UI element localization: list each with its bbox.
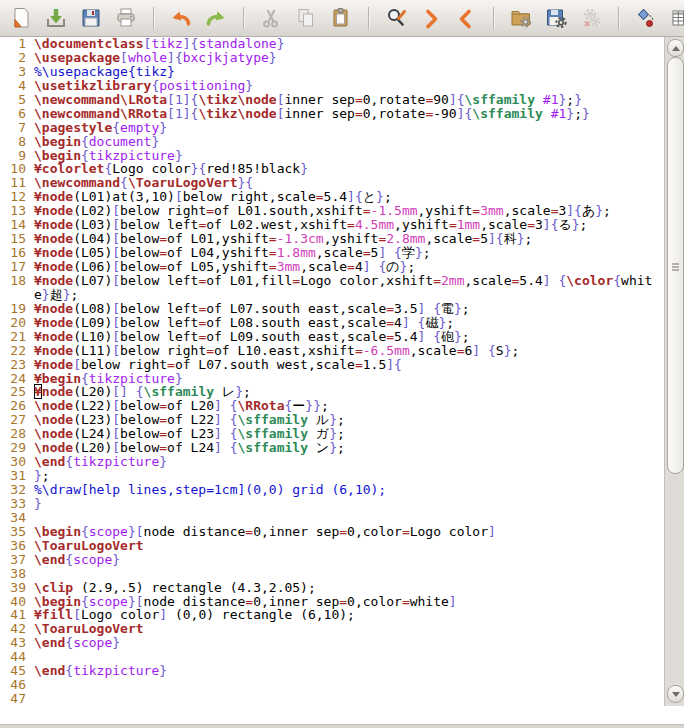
run-script-icon [579, 6, 603, 30]
line-number: 13 [0, 204, 34, 218]
code-line[interactable]: 9\begin{tikzpicture} [0, 149, 664, 163]
code-text: ¥node(L09)[below left=of L08.south east,… [34, 315, 454, 330]
code-line[interactable]: 3%\usepackage{tikz} [0, 65, 664, 79]
code-line[interactable]: 16¥node(L05)[below=of L04,yshift=1.8mm,s… [0, 246, 664, 260]
find-prev-button[interactable] [453, 5, 479, 31]
code-line[interactable]: 2\usepackage[whole]{bxcjkjatype} [0, 51, 664, 65]
print-button[interactable] [113, 5, 139, 31]
code-line[interactable]: 5\newcommand\LRota[1]{\tikz\node[inner s… [0, 93, 664, 107]
code-line[interactable]: 34 [0, 511, 664, 525]
scroll-up-button[interactable] [667, 39, 684, 57]
save-button[interactable] [43, 5, 69, 31]
line-number: 1 [0, 37, 34, 51]
code-text: \newcommand{\ToaruLogoVert}{ [34, 175, 253, 190]
code-line[interactable]: e}超}; [0, 288, 664, 302]
scroll-up-arrow-icon [672, 46, 680, 51]
cut-icon [259, 6, 283, 30]
code-line[interactable]: 40\begin{scope}[node distance=0,inner se… [0, 595, 664, 609]
code-line[interactable]: 37\end{scope} [0, 553, 664, 567]
code-line[interactable]: 39\clip (2.9,.5) rectangle (4.3,2.05); [0, 581, 664, 595]
open-button[interactable] [8, 5, 34, 31]
code-line[interactable]: 18¥node(L07)[below left=of L01,fill=Logo… [0, 274, 664, 288]
code-line[interactable]: 21¥node(L10)[below left=of L09.south eas… [0, 330, 664, 344]
code-line[interactable]: 14¥node(L03)[below left=of L02.west,xshi… [0, 218, 664, 232]
scrollbar-thumb[interactable] [667, 57, 684, 474]
code-line[interactable]: 31}; [0, 469, 664, 483]
code-line[interactable]: 42\ToaruLogoVert [0, 622, 664, 636]
line-number: 37 [0, 553, 34, 567]
copy-button[interactable] [293, 5, 319, 31]
find-next-button[interactable] [418, 5, 444, 31]
find-replace-button[interactable] [383, 5, 409, 31]
code-line[interactable]: 35\begin{scope}[node distance=0,inner se… [0, 525, 664, 539]
code-line[interactable]: 15¥node(L04)[below=of L01,yshift=-1.3cm,… [0, 232, 664, 246]
line-number: 47 [0, 692, 34, 706]
build-tags-icon [669, 6, 684, 30]
code-text: \begin{document} [34, 134, 159, 149]
line-number: 32 [0, 483, 34, 497]
code-line[interactable]: 47 [0, 692, 664, 706]
undo-button[interactable] [168, 5, 194, 31]
code-text: ¥node(L05)[below=of L04,yshift=1.8mm,sca… [34, 245, 431, 260]
code-line[interactable]: 43\end{scope} [0, 636, 664, 650]
code-line[interactable]: 6\newcommand\RRota[1]{\tikz\node[inner s… [0, 107, 664, 121]
toolbar-separator [618, 7, 619, 29]
code-line[interactable]: 33} [0, 497, 664, 511]
code-line[interactable]: 46 [0, 678, 664, 692]
code-line[interactable]: 44 [0, 650, 664, 664]
vertical-scrollbar[interactable] [664, 37, 684, 706]
code-line[interactable]: 41¥fill[Logo color] (0,0) rectangle (6,1… [0, 608, 664, 622]
code-line[interactable]: 20¥node(L09)[below left=of L08.south eas… [0, 316, 664, 330]
line-number: 2 [0, 51, 34, 65]
code-line[interactable]: 45\end{tikzpicture} [0, 664, 664, 678]
code-line[interactable]: 22¥node(L11)[below right=of L10.east,xsh… [0, 344, 664, 358]
redo-button[interactable] [203, 5, 229, 31]
code-line[interactable]: 1\documentclass[tikz]{standalone} [0, 37, 664, 51]
code-line[interactable]: 38 [0, 567, 664, 581]
code-line[interactable]: 12¥node(L01)at(3,10)[below right,scale=5… [0, 190, 664, 204]
code-line[interactable]: 13¥node(L02)[below right=of L01.south,xs… [0, 204, 664, 218]
code-line[interactable]: 8\begin{document} [0, 135, 664, 149]
code-area[interactable]: 1\documentclass[tikz]{standalone}2\usepa… [0, 37, 664, 706]
line-number: 23 [0, 358, 34, 372]
code-line[interactable]: 7\pagestyle{empty} [0, 121, 664, 135]
code-line[interactable]: 4\usetikzlibrary{positioning} [0, 79, 664, 93]
code-line[interactable]: 10¥colorlet{Logo color}{red!85!black} [0, 162, 664, 176]
code-line[interactable]: 25¥node(L20)[] {\sffamily レ}; [0, 385, 664, 399]
code-line[interactable]: 23¥node[below right=of L07.south west,sc… [0, 358, 664, 372]
line-number: 35 [0, 525, 34, 539]
code-text: ¥node(L07)[below left=of L01,fill=Logo c… [34, 273, 652, 288]
code-line[interactable]: 19¥node(L08)[below left=of L07.south eas… [0, 302, 664, 316]
build-tags-button[interactable] [668, 5, 684, 31]
line-number: 6 [0, 107, 34, 121]
code-text: \end{tikzpicture} [34, 663, 167, 678]
scroll-down-button[interactable] [667, 685, 684, 703]
code-line[interactable]: 11\newcommand{\ToaruLogoVert}{ [0, 176, 664, 190]
save-all-button[interactable] [78, 5, 104, 31]
toolbar [0, 0, 684, 37]
load-session-button[interactable] [508, 5, 534, 31]
toolbar-separator [493, 7, 494, 29]
code-line[interactable]: 17¥node(L06)[below=of L05,yshift=3mm,sca… [0, 260, 664, 274]
run-script-button[interactable] [578, 5, 604, 31]
line-number: 14 [0, 218, 34, 232]
code-text: \node(L20)[below=of L24] {\sffamily ン}; [34, 440, 345, 455]
paste-button[interactable] [328, 5, 354, 31]
code-line[interactable]: 30\end{tikzpicture} [0, 455, 664, 469]
code-line[interactable]: 26\node(L22)[below=of L20] {\RRota{ー}}; [0, 399, 664, 413]
code-line[interactable]: 36\ToaruLogoVert [0, 539, 664, 553]
cut-button[interactable] [258, 5, 284, 31]
line-number: 21 [0, 330, 34, 344]
code-line[interactable]: 29\node(L20)[below=of L24] {\sffamily ン}… [0, 441, 664, 455]
code-line[interactable]: 28\node(L24)[below=of L23] {\sffamily ガ}… [0, 427, 664, 441]
find-next-icon [419, 6, 443, 30]
code-text: \usetikzlibrary{positioning} [34, 78, 253, 93]
code-line[interactable]: 27\node(L23)[below=of L22] {\sffamily ル}… [0, 413, 664, 427]
save-session-button[interactable] [543, 5, 569, 31]
make-button[interactable] [633, 5, 659, 31]
code-text: %\draw[help lines,step=1cm](0,0) grid (6… [34, 482, 386, 497]
code-text: \newcommand\LRota[1]{\tikz\node[inner se… [34, 92, 582, 107]
line-number: 38 [0, 567, 34, 581]
code-line[interactable]: 24¥begin{tikzpicture} [0, 372, 664, 386]
code-line[interactable]: 32%\draw[help lines,step=1cm](0,0) grid … [0, 483, 664, 497]
